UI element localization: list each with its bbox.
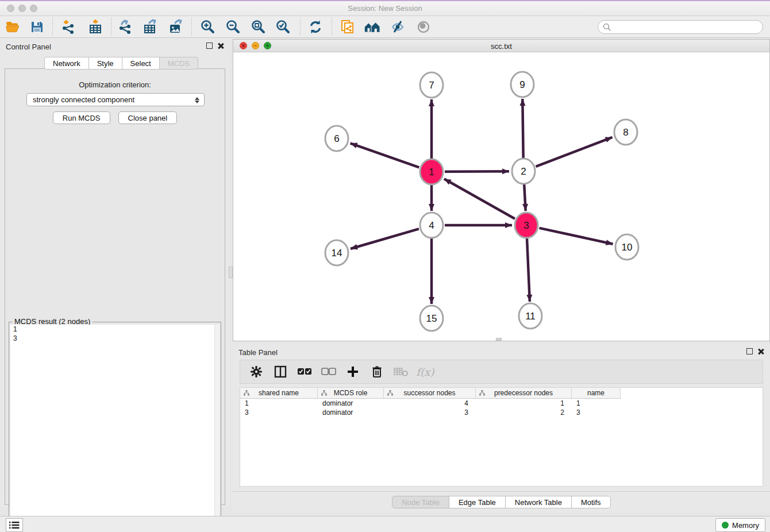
close-table-panel-icon[interactable] bbox=[757, 348, 764, 355]
edge-1-2[interactable] bbox=[445, 171, 509, 172]
cell-shared-name[interactable]: 3 bbox=[240, 408, 318, 417]
zoom-out-icon[interactable] bbox=[225, 19, 242, 35]
edge-4-14[interactable] bbox=[351, 229, 419, 249]
column-type-icon bbox=[479, 390, 485, 396]
export-table-icon[interactable] bbox=[142, 19, 159, 35]
table-row[interactable]: 3dominator323 bbox=[240, 408, 621, 417]
add-column-icon[interactable] bbox=[345, 364, 361, 380]
cell-successor-nodes[interactable]: 3 bbox=[384, 408, 476, 417]
task-history-button[interactable] bbox=[6, 518, 23, 532]
canvas-scroll-grip[interactable] bbox=[496, 338, 502, 341]
tab-mcds[interactable]: MCDS bbox=[160, 57, 198, 70]
table-options-gear-icon[interactable] bbox=[248, 364, 264, 380]
node-11[interactable]: 11 bbox=[519, 303, 542, 329]
close-panel-icon[interactable] bbox=[217, 43, 224, 49]
node-2[interactable]: 2 bbox=[512, 159, 535, 184]
mcds-result-textarea[interactable]: 13 bbox=[10, 325, 220, 532]
node-1[interactable]: 1 bbox=[420, 159, 443, 184]
tab-style[interactable]: Style bbox=[89, 57, 122, 70]
tab-network-table[interactable]: Network Table bbox=[506, 496, 572, 508]
refresh-view-icon[interactable] bbox=[307, 19, 324, 35]
panel-splitter-handle[interactable] bbox=[229, 267, 233, 278]
cell-predecessor-nodes[interactable]: 2 bbox=[476, 408, 572, 417]
zoom-in-icon[interactable] bbox=[199, 19, 217, 35]
network-window-titlebar[interactable]: × − + scc.txt bbox=[233, 40, 769, 52]
tab-edge-table[interactable]: Edge Table bbox=[449, 496, 506, 508]
close-panel-button[interactable]: Close panel bbox=[118, 111, 178, 124]
memory-button[interactable]: Memory bbox=[715, 518, 765, 532]
edge-2-9[interactable] bbox=[522, 99, 523, 158]
cell-name[interactable]: 1 bbox=[572, 399, 621, 408]
table-panel-title: Table Panel bbox=[238, 348, 278, 357]
cell-MCDS-role[interactable]: dominator bbox=[318, 408, 384, 417]
open-session-icon[interactable] bbox=[4, 19, 21, 35]
tab-node-table[interactable]: Node Table bbox=[392, 496, 449, 508]
select-all-rows-icon[interactable] bbox=[297, 364, 313, 380]
delete-table-icon bbox=[393, 364, 409, 380]
mcds-result-group: MCDS result (2 nodes) 13 bbox=[9, 322, 221, 532]
network-canvas[interactable]: 7968124314101511 bbox=[233, 52, 769, 341]
export-image-icon[interactable] bbox=[167, 19, 184, 35]
node-9[interactable]: 9 bbox=[511, 72, 534, 97]
search-input[interactable] bbox=[611, 21, 763, 33]
table-row[interactable]: 1dominator411 bbox=[240, 399, 621, 408]
node-7[interactable]: 7 bbox=[420, 72, 443, 98]
hide-selected-icon[interactable] bbox=[389, 19, 406, 35]
node-6[interactable]: 6 bbox=[325, 126, 348, 151]
column-header-MCDS-role[interactable]: MCDS role bbox=[318, 388, 384, 398]
node-14[interactable]: 14 bbox=[325, 240, 348, 265]
cell-MCDS-role[interactable]: dominator bbox=[318, 399, 384, 408]
node-label: 11 bbox=[525, 311, 536, 322]
show-all-icon[interactable] bbox=[415, 19, 432, 35]
import-table-icon[interactable] bbox=[87, 19, 104, 35]
first-neighbors-icon[interactable] bbox=[363, 19, 380, 35]
column-header-predecessor-nodes[interactable]: predecessor nodes bbox=[476, 388, 572, 398]
deselect-all-rows-icon[interactable] bbox=[321, 364, 337, 380]
edge-3-11[interactable] bbox=[527, 238, 530, 302]
node-4[interactable]: 4 bbox=[420, 213, 443, 238]
edge-2-3[interactable] bbox=[524, 184, 525, 211]
result-scrollbar[interactable] bbox=[214, 325, 220, 532]
cell-shared-name[interactable]: 1 bbox=[240, 399, 318, 408]
node-3[interactable]: 3 bbox=[515, 213, 538, 238]
edge-3-10[interactable] bbox=[539, 228, 613, 244]
tab-select[interactable]: Select bbox=[122, 57, 160, 70]
select-columns-icon[interactable] bbox=[272, 364, 288, 380]
node-8[interactable]: 8 bbox=[614, 119, 637, 145]
edge-1-6[interactable] bbox=[351, 143, 419, 167]
column-header-name[interactable]: name bbox=[572, 388, 621, 398]
float-table-panel-icon[interactable] bbox=[746, 348, 753, 354]
cell-name[interactable]: 3 bbox=[572, 408, 621, 417]
float-panel-icon[interactable] bbox=[206, 43, 213, 49]
column-header-successor-nodes[interactable]: successor nodes bbox=[384, 388, 476, 398]
node-label: 7 bbox=[429, 80, 434, 91]
delete-column-icon[interactable] bbox=[369, 364, 385, 380]
tab-network[interactable]: Network bbox=[44, 57, 89, 70]
criterion-dropdown[interactable]: strongly connected component bbox=[26, 93, 205, 106]
memory-status-icon bbox=[722, 522, 729, 529]
edge-3-1[interactable] bbox=[444, 179, 515, 218]
tab-motifs[interactable]: Motifs bbox=[572, 496, 611, 508]
edge-2-8[interactable] bbox=[536, 137, 612, 167]
save-session-icon[interactable] bbox=[28, 19, 45, 35]
export-network-icon[interactable] bbox=[117, 19, 134, 35]
node-label: 1 bbox=[429, 167, 434, 178]
zoom-selected-icon[interactable] bbox=[275, 19, 292, 35]
zoom-fit-icon[interactable] bbox=[250, 19, 267, 35]
import-network-icon[interactable] bbox=[60, 19, 77, 35]
optimization-criterion-label: Optimization criterion: bbox=[5, 80, 225, 89]
node-15[interactable]: 15 bbox=[420, 306, 443, 331]
node-label: 10 bbox=[622, 242, 633, 253]
column-header-shared-name[interactable]: shared name bbox=[240, 388, 318, 398]
toolbar-separator bbox=[300, 18, 301, 36]
table-header-row: shared nameMCDS rolesuccessor nodesprede… bbox=[240, 388, 621, 399]
network-title: scc.txt bbox=[233, 42, 769, 51]
toolbar-separator bbox=[332, 18, 332, 36]
search-field[interactable] bbox=[598, 20, 763, 34]
clone-network-icon[interactable] bbox=[339, 19, 356, 35]
node-10[interactable]: 10 bbox=[615, 234, 638, 260]
cell-predecessor-nodes[interactable]: 1 bbox=[476, 399, 572, 408]
toolbar-separator bbox=[111, 18, 111, 36]
cell-successor-nodes[interactable]: 4 bbox=[384, 399, 476, 408]
run-mcds-button[interactable]: Run MCDS bbox=[53, 111, 110, 124]
